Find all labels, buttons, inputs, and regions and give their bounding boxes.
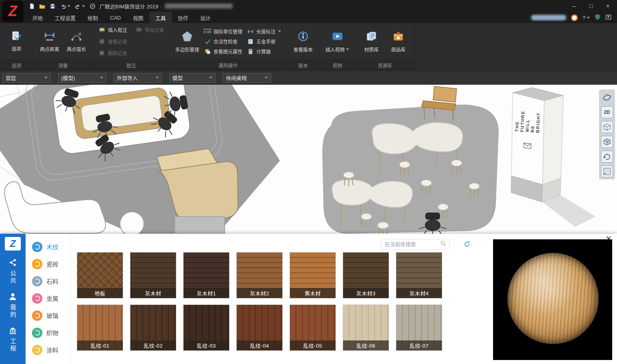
model-type-selector[interactable]: 模型 [169, 73, 216, 83]
options-button[interactable]: 选项 [4, 25, 29, 58]
swatch-label: 黄木材 [290, 288, 335, 298]
model-filter-selector[interactable]: (模型) [58, 73, 106, 83]
material-swatch-grain-03[interactable]: 乱纹-03 [183, 304, 230, 351]
tab-project-settings[interactable]: 工程设置 [49, 12, 82, 23]
view-version-icon [297, 30, 309, 44]
material-swatch-grain-05[interactable]: 乱纹-05 [290, 304, 336, 351]
category-wood[interactable]: 木纹 [26, 239, 70, 255]
redo-icon[interactable] [75, 3, 85, 9]
brand-circle-icon[interactable] [571, 14, 578, 21]
tab-draw[interactable]: 绘制 [82, 12, 104, 23]
save-icon[interactable] [50, 3, 56, 9]
material-swatch-gray-wood-4[interactable]: 灰木材4 [396, 252, 442, 298]
material-swatch-floor[interactable]: 地板 [77, 252, 123, 298]
material-swatch-grain-02[interactable]: 乱纹-02 [130, 304, 176, 351]
publish-window-icon[interactable] [605, 14, 611, 21]
tab-view[interactable]: 视图 [127, 12, 150, 23]
category-glass[interactable]: 玻璃 [26, 307, 70, 324]
unit-manage-button[interactable]: 0.00 国际单位管理 [202, 26, 244, 36]
undo-icon[interactable] [60, 3, 70, 9]
part-library-button[interactable]: 部品库 [385, 25, 411, 58]
material-preview-canvas[interactable] [493, 239, 612, 360]
help-caret-icon [587, 17, 590, 19]
material-main-area: 地板 灰木材 灰木材1 灰木材2 黄木材 灰木材3 灰木材4 乱纹-01 乱纹-… [70, 234, 492, 364]
nav-public[interactable]: 公共 [0, 255, 26, 288]
tab-start[interactable]: 开始 [26, 12, 49, 23]
search-icon[interactable] [440, 241, 446, 248]
refresh-icon[interactable] [463, 240, 471, 249]
ribbon-group-version: 查看版本 版本 [287, 23, 320, 71]
shield-icon[interactable] [595, 14, 601, 21]
tab-cad[interactable]: CAD [104, 12, 127, 23]
export-record-button[interactable]: 导出记录 [134, 25, 166, 35]
viewport-3d-canvas[interactable]: THE FUTURE WILL BE BRIGHT 2D [0, 85, 617, 234]
view-2d-button[interactable]: 2D [601, 106, 613, 118]
material-swatch-yellow-wood[interactable]: 黄木材 [290, 252, 336, 298]
view-record-button[interactable]: 查看记录 [97, 36, 129, 46]
material-swatch-gray-wood-3[interactable]: 灰木材3 [343, 252, 389, 298]
isometric-view-icon[interactable] [601, 121, 613, 133]
polygon-manage-button[interactable]: 多边形管理 [173, 25, 201, 58]
nav-public-label: 公共 [9, 270, 17, 284]
maximize-button[interactable]: □ [584, 1, 598, 11]
search-box[interactable] [381, 239, 450, 250]
category-tile[interactable]: 瓷砖 [26, 256, 70, 272]
validity-check-button[interactable]: 合法性检查 [202, 36, 244, 46]
category-paint-label: 涂料 [46, 346, 58, 354]
two-point-distance-button[interactable]: 两点距离 [37, 25, 62, 58]
search-input[interactable] [385, 241, 437, 247]
material-swatch-grain-06[interactable]: 乱纹-06 [343, 304, 389, 351]
tab-collaborate[interactable]: 协作 [172, 12, 194, 23]
swatch-label: 乱纹-02 [130, 340, 176, 350]
category-fabric[interactable]: 织物 [26, 324, 70, 341]
view-version-button[interactable]: 查看版本 [290, 25, 316, 58]
rotate-view-icon[interactable] [601, 151, 613, 163]
view-record-icon [98, 38, 106, 45]
floor-selector[interactable]: 首层 [2, 73, 51, 83]
insert-annotation-label: 插入批注 [108, 26, 127, 33]
compass-icon[interactable] [90, 3, 96, 9]
length-dimension-button[interactable]: 长度标注 [245, 26, 283, 36]
minimize-button[interactable]: – [567, 1, 581, 11]
category-stone[interactable]: 石料 [26, 273, 70, 289]
floor-selector-value: 首层 [6, 74, 16, 82]
tab-design[interactable]: 设计 [194, 12, 217, 23]
insert-video-button[interactable]: 插入视频 [323, 25, 351, 58]
material-swatch-gray-wood-2[interactable]: 灰木材2 [236, 252, 283, 298]
help-label: ? [583, 15, 585, 21]
tab-tools[interactable]: 工具 [150, 12, 172, 23]
material-library-button[interactable]: 材质库 [359, 25, 384, 58]
material-swatch-gray-wood-1[interactable]: 灰木材1 [183, 252, 230, 298]
two-point-distance-label: 两点距离 [40, 46, 59, 52]
hardware-manual-button[interactable]: 五金手册 [245, 36, 283, 46]
category-paint[interactable]: 涂料 [26, 342, 70, 358]
new-file-icon[interactable] [29, 3, 35, 9]
furniture-selector[interactable]: 休闲桌椅 [223, 73, 271, 83]
insert-annotation-button[interactable]: 插入批注 [97, 25, 129, 35]
delete-record-button[interactable]: 删除记录 [97, 48, 129, 58]
material-swatch-grain-07[interactable]: 乱纹-07 [396, 304, 442, 351]
nav-project[interactable]: 工程 [0, 322, 26, 356]
options-icon [11, 31, 22, 43]
close-button[interactable]: × [601, 1, 615, 11]
calculator-button[interactable]: 计算器 [245, 46, 283, 56]
category-wood-label: 木纹 [46, 243, 58, 251]
material-swatch-grain-01[interactable]: 乱纹-01 [77, 304, 123, 351]
import-source-selector[interactable]: 外部导入 [114, 73, 162, 83]
material-swatch-grain-04[interactable]: 乱纹-04 [236, 304, 283, 351]
furniture-selector-value: 休闲桌椅 [226, 74, 247, 82]
open-file-icon[interactable] [39, 3, 45, 9]
perspective-view-icon[interactable] [601, 136, 613, 148]
panel-close-button[interactable]: × [604, 233, 613, 244]
nav-mine[interactable]: 我的 [0, 288, 26, 322]
help-button[interactable]: ? [583, 15, 590, 21]
swatch-label: 灰木材1 [184, 288, 229, 298]
orbit-view-icon[interactable] [601, 91, 613, 103]
column-text-line-4: BE [530, 125, 535, 133]
view-element-properties-button[interactable]: 查看图元属性 [202, 46, 244, 56]
material-preview-sphere[interactable] [507, 253, 599, 344]
material-swatch-gray-wood[interactable]: 灰木材 [130, 252, 176, 298]
category-metal[interactable]: 金属 [26, 290, 70, 306]
section-grid-icon[interactable] [601, 165, 613, 177]
two-point-arc-button[interactable]: 两点弧长 [64, 25, 89, 58]
